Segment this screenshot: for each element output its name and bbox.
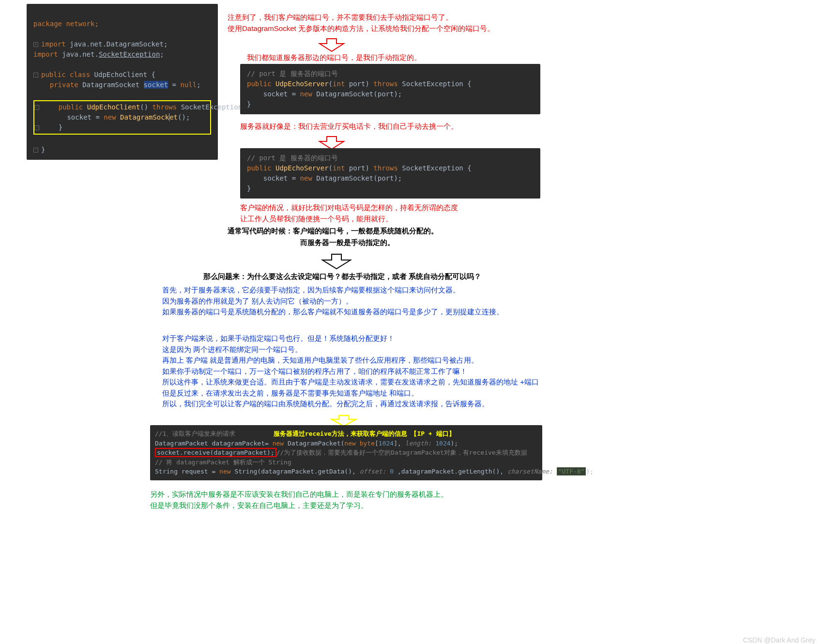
highlighted-constructor: - public UdpEchoClient() throws SocketEx… [33, 100, 211, 135]
annotation-red-3: 服务器就好像是：我们去营业厅买电话卡，我们自己手动去挑一个。 [240, 121, 458, 132]
paragraph-blue-2: 对于客户端来说，如果手动指定端口号也行。但是！系统随机分配更好！ 这是因为 两个… [162, 333, 539, 410]
expand-icon[interactable]: - [34, 105, 39, 110]
paragraph-green: 另外，实际情况中服务器是不应该安装在我们自己的电脑上，而是装在专门的服务器机器上… [150, 489, 448, 511]
watermark: CSDN @Dark And Grey [743, 636, 815, 644]
code-line: package network; [33, 20, 99, 28]
paragraph-blue-1: 首先，对于服务器来说，它必须要手动指定，因为后续客户端要根据这个端口来访问付文器… [162, 285, 504, 318]
annotation-red-1: 注意到了，我们客户端的端口号，并不需要我们去手动指定端口号了。 使用Datagr… [228, 12, 494, 34]
annotation-black-7: 那么问题来：为什么要这么去设定端口号？都去手动指定，或者 系统自动分配可以吗？ [203, 271, 481, 282]
annotation-red-4: 客户端的情况，就好比我们对电话号码是怎样的，持着无所谓的态度 让工作人员帮我们随… [240, 202, 458, 224]
annotation-red-2: 我们都知道服务器那边的端口号，是我们手动指定的。 [247, 52, 421, 63]
expand-icon[interactable]: - [33, 73, 38, 77]
expand-icon[interactable]: + [33, 42, 38, 47]
annotation-black-6: 而服务器一般是手动指定的。 [300, 237, 395, 248]
collapse-icon[interactable]: - [34, 125, 39, 130]
collapse-icon[interactable]: - [33, 148, 38, 153]
code-server-1: // port 是 服务器的端口号 public UdpEchoServer(i… [240, 64, 540, 114]
annotation-black-5: 通常写代码的时候：客户端的端口号，一般都是系统随机分配的。 [228, 226, 438, 237]
code-client: package network; +import java.net.Datagr… [27, 4, 218, 160]
code-receive: //1、读取客户端发来的请求 服务器通过receive方法，来获取客户端的信息 … [150, 425, 542, 480]
highlighted-receive-call: socket.receive(datagramPacket); [155, 448, 276, 457]
code-server-2: // port 是 服务器的端口号 public UdpEchoServer(i… [240, 148, 540, 199]
down-arrow-black-icon [320, 253, 353, 270]
down-arrow-red-icon [317, 38, 346, 52]
